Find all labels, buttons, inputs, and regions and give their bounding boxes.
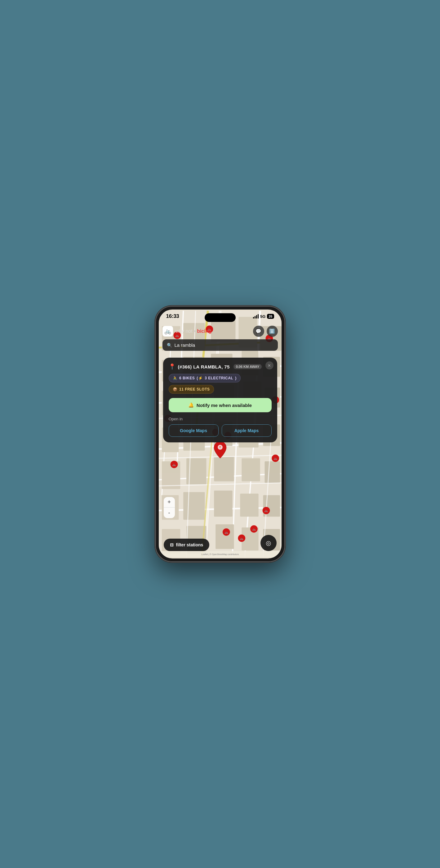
svg-rect-43 <box>214 491 232 517</box>
svg-rect-44 <box>240 494 258 517</box>
zoom-in-button[interactable]: + <box>164 497 175 507</box>
brand-bicing: bicing <box>197 329 211 334</box>
status-time: 16:33 <box>166 313 179 319</box>
info-icon: ℹ️ <box>269 329 275 334</box>
chat-button[interactable]: 💬 <box>253 326 264 337</box>
network-type: 5G <box>260 314 265 319</box>
brand-dot: • <box>194 329 197 334</box>
popup-title-row: 📍 (#366) LA RAMBLA, 75 0.06 KM AWAY <box>169 363 272 370</box>
battery-level: 26 <box>269 314 272 318</box>
zoom-out-button[interactable]: - <box>164 507 175 518</box>
dynamic-island <box>205 313 236 322</box>
notify-label: Notify me when available <box>197 403 252 408</box>
bottom-controls: ⊟ filter stations ◎ <box>159 535 281 551</box>
electrical-close: ) <box>235 376 237 380</box>
open-in-label: Open in <box>169 416 272 421</box>
app-icon: 🚲 <box>163 326 173 337</box>
bikes-count: 6 BIKES <box>179 376 195 380</box>
apple-maps-button[interactable]: Apple Maps <box>222 424 272 437</box>
status-icons: 5G 26 <box>253 314 274 319</box>
popup-title: (#366) LA RAMBLA, 75 <box>178 364 230 369</box>
apple-maps-label: Apple Maps <box>234 428 259 433</box>
svg-rect-38 <box>214 457 234 481</box>
filter-label: filter stations <box>176 542 203 547</box>
google-maps-label: Google Maps <box>180 428 207 433</box>
station-number: (#366) <box>178 364 194 369</box>
svg-text:Leaflet | © OpenStreetMap cont: Leaflet | © OpenStreetMap contributors <box>201 553 239 556</box>
slots-badge: 📦 11 FREE SLOTS <box>169 385 214 394</box>
slots-icon: 📦 <box>173 387 178 392</box>
svg-text:🚲: 🚲 <box>224 530 228 534</box>
signal-bar-3 <box>256 315 257 318</box>
header-row: 🚲 why not • bicing 💬 ℹ️ <box>163 326 278 337</box>
popup-close-button[interactable]: ✕ <box>265 361 273 369</box>
notify-button[interactable]: 🔔 Notify me when available <box>169 398 272 412</box>
app-header: 🚲 why not • bicing 💬 ℹ️ <box>163 326 278 351</box>
info-button[interactable]: ℹ️ <box>267 326 278 337</box>
filter-stations-button[interactable]: ⊟ filter stations <box>164 538 210 551</box>
header-icons: 💬 ℹ️ <box>253 326 278 337</box>
app-name: why not <box>175 329 193 334</box>
phone-screen: 16:33 5G 26 <box>159 310 281 558</box>
svg-rect-40 <box>265 461 280 483</box>
bikes-badge: 🚴 6 BIKES (⚡ 3 ELECTRICAL ) <box>169 374 241 382</box>
station-name: LA RAMBLA, 75 <box>193 364 230 369</box>
brand-row: 🚲 why not • bicing <box>163 326 212 337</box>
signal-bar-4 <box>258 314 259 318</box>
brand-text: why not • bicing <box>175 329 212 334</box>
popup-card: ✕ 📍 (#366) LA RAMBLA, 75 0.06 KM AWAY 🚴 … <box>163 358 277 442</box>
search-bar[interactable]: 🔍 La rambla <box>163 339 278 351</box>
svg-text:🚲: 🚲 <box>172 463 176 467</box>
svg-rect-42 <box>183 492 205 520</box>
zoom-out-icon: - <box>168 510 170 516</box>
location-button[interactable]: ◎ <box>261 535 277 551</box>
slots-count: 11 FREE SLOTS <box>179 387 210 392</box>
signal-bars <box>253 314 259 318</box>
electrical-count: 3 ELECTRICAL <box>205 376 233 380</box>
map-buttons: Google Maps Apple Maps <box>169 424 272 437</box>
svg-text:📍: 📍 <box>218 446 222 450</box>
bikes-icon: 🚴 <box>173 376 178 380</box>
chat-icon: 💬 <box>256 329 261 334</box>
notify-icon: 🔔 <box>188 402 194 408</box>
popup-badges: 🚴 6 BIKES (⚡ 3 ELECTRICAL ) 📦 11 FREE SL… <box>169 374 272 394</box>
svg-text:🚲: 🚲 <box>273 456 277 460</box>
zoom-controls: + - <box>164 497 175 518</box>
google-maps-button[interactable]: Google Maps <box>169 424 218 437</box>
svg-rect-39 <box>242 458 260 481</box>
filter-icon: ⊟ <box>170 542 174 547</box>
pin-icon: 📍 <box>169 363 175 370</box>
svg-text:🚲: 🚲 <box>252 527 256 531</box>
signal-bar-2 <box>255 316 256 318</box>
search-text: La rambla <box>175 342 195 348</box>
battery-indicator: 26 <box>267 314 274 319</box>
distance-badge: 0.06 KM AWAY <box>234 364 262 369</box>
svg-text:🚲: 🚲 <box>264 508 268 513</box>
zoom-in-icon: + <box>167 499 171 505</box>
close-icon: ✕ <box>268 363 271 368</box>
app-icon-emoji: 🚲 <box>164 328 171 335</box>
signal-bar-1 <box>253 317 254 318</box>
search-icon: 🔍 <box>167 343 172 348</box>
electrical-icon: (⚡ <box>197 376 203 380</box>
location-icon: ◎ <box>266 539 271 547</box>
phone-frame: 16:33 5G 26 <box>155 306 285 562</box>
